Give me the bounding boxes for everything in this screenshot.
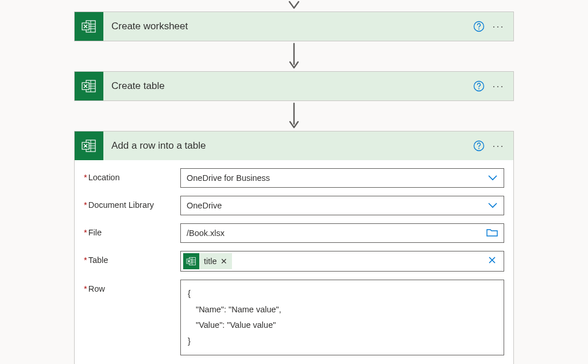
excel-icon bbox=[75, 131, 103, 160]
excel-icon bbox=[75, 72, 103, 100]
svg-point-25 bbox=[478, 148, 479, 149]
chevron-down-icon bbox=[488, 201, 498, 210]
row-line: } bbox=[188, 334, 497, 350]
step-title: Create table bbox=[103, 80, 470, 92]
table-input[interactable]: title ✕ bbox=[180, 251, 504, 272]
more-menu-icon[interactable]: ··· bbox=[488, 77, 509, 95]
help-icon[interactable] bbox=[470, 137, 488, 155]
step-create-table[interactable]: Create table ··· bbox=[74, 71, 514, 101]
step-title: Create worksheet bbox=[103, 21, 470, 32]
row-line: "Value": "Value value" bbox=[188, 317, 497, 334]
step-create-worksheet[interactable]: Create worksheet ··· bbox=[74, 11, 514, 41]
location-value: OneDrive for Business bbox=[187, 173, 270, 183]
row-body-input[interactable]: { "Name": "Name value", "Value": "Value … bbox=[180, 280, 504, 355]
label-table: *Table bbox=[84, 251, 180, 265]
help-icon[interactable] bbox=[470, 17, 488, 36]
remove-token-icon[interactable]: ✕ bbox=[220, 257, 227, 266]
label-location: *Location bbox=[84, 168, 180, 182]
folder-icon[interactable] bbox=[486, 228, 498, 239]
label-document-library: *Document Library bbox=[84, 196, 180, 210]
row-line: "Name": "Name value", bbox=[188, 302, 497, 318]
step-title: Add a row into a table bbox=[103, 140, 470, 152]
excel-icon bbox=[75, 12, 103, 41]
excel-icon bbox=[183, 253, 199, 269]
document-library-dropdown[interactable]: OneDrive bbox=[180, 196, 504, 215]
flow-arrow-head bbox=[74, 0, 514, 11]
location-dropdown[interactable]: OneDrive for Business bbox=[180, 168, 504, 188]
table-token[interactable]: title ✕ bbox=[183, 253, 232, 269]
file-value: /Book.xlsx bbox=[187, 229, 225, 238]
token-label: title bbox=[204, 257, 217, 266]
step-add-row: Add a row into a table ··· *Location One… bbox=[74, 131, 514, 364]
more-menu-icon[interactable]: ··· bbox=[488, 17, 509, 36]
label-file: *File bbox=[84, 223, 180, 237]
help-icon[interactable] bbox=[470, 77, 488, 95]
flow-arrow bbox=[74, 101, 514, 131]
step-header[interactable]: Add a row into a table ··· bbox=[75, 131, 513, 160]
row-line: { bbox=[188, 286, 497, 302]
file-input[interactable]: /Book.xlsx bbox=[180, 223, 504, 243]
document-library-value: OneDrive bbox=[187, 201, 222, 210]
chevron-down-icon bbox=[488, 173, 498, 183]
svg-point-7 bbox=[478, 29, 479, 30]
svg-point-16 bbox=[478, 88, 479, 90]
flow-arrow bbox=[74, 41, 514, 71]
clear-icon[interactable] bbox=[485, 255, 499, 268]
label-row: *Row bbox=[84, 280, 180, 293]
more-menu-icon[interactable]: ··· bbox=[488, 137, 509, 155]
